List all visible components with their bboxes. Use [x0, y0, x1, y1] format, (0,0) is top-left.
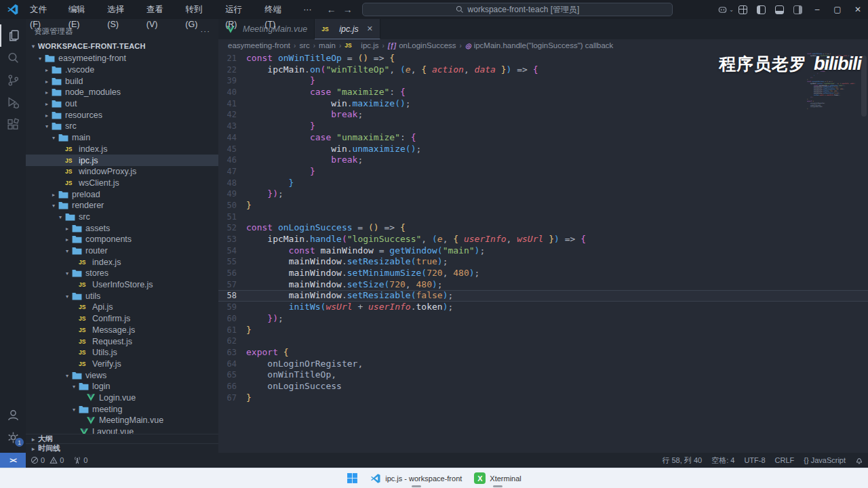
- menu-item[interactable]: 终端(T): [259, 2, 298, 17]
- activitybar-explorer[interactable]: [0, 24, 26, 47]
- taskbar-xterminal[interactable]: XXterminal: [469, 470, 526, 487]
- code-editor[interactable]: 21const onWinTitleOp = () => {22 ipcMain…: [218, 52, 868, 453]
- tree-file-index.js[interactable]: JSindex.js: [26, 144, 218, 155]
- toggle-sidebar-icon[interactable]: [757, 5, 766, 14]
- activitybar-account[interactable]: [0, 404, 26, 426]
- breadcrumb-item[interactable]: [ƒ]onLoginSuccess: [388, 41, 456, 49]
- code-line-56[interactable]: 56 mainWindow.setMinimumSize(720, 480);: [218, 268, 807, 279]
- code-line-41[interactable]: 41 win.maximize();: [218, 98, 807, 110]
- tree-folder-main[interactable]: ▾main: [26, 132, 218, 144]
- tree-folder-router[interactable]: ▾router: [26, 245, 218, 257]
- menu-item[interactable]: 编辑(E): [63, 2, 102, 17]
- tree-file-Layout.vue[interactable]: Layout.vue: [26, 426, 218, 434]
- code-line-43[interactable]: 43 }: [218, 121, 807, 132]
- tree-file-windowProxy.js[interactable]: JSwindowProxy.js: [26, 166, 218, 178]
- nav-forward-icon[interactable]: →: [343, 4, 353, 15]
- code-line-42[interactable]: 42 break;: [218, 109, 807, 121]
- code-line-64[interactable]: 64 onLoginOrRegister,: [218, 359, 807, 370]
- code-line-52[interactable]: 52const onLoginSuccess = () => {: [218, 222, 807, 234]
- code-line-53[interactable]: 53 ipcMain.handle("loginSuccess", (e, { …: [218, 234, 807, 245]
- tree-file-Verify.js[interactable]: JSVerify.js: [26, 359, 218, 370]
- customize-layout-icon[interactable]: [738, 5, 747, 14]
- code-line-58[interactable]: 58 mainWindow.setResizable(false);: [218, 290, 868, 302]
- nav-back-icon[interactable]: ←: [327, 4, 336, 15]
- tree-file-Api.js[interactable]: JSApi.js: [26, 302, 218, 313]
- code-line-62[interactable]: 62: [218, 336, 807, 347]
- code-line-47[interactable]: 47 }: [218, 166, 807, 178]
- tree-file-Request.js[interactable]: JSRequest.js: [26, 336, 218, 347]
- activitybar-source-control[interactable]: [0, 69, 26, 92]
- statusbar-item[interactable]: UTF-8: [739, 453, 770, 468]
- minimize-button[interactable]: –: [807, 0, 827, 19]
- menu-item[interactable]: 运行(R): [220, 2, 259, 17]
- sidebar-section-大纲[interactable]: ▸大纲: [26, 434, 218, 443]
- statusbar-item[interactable]: {}JavaScript: [799, 453, 850, 468]
- code-line-39[interactable]: 39 }: [218, 75, 807, 87]
- tree-file-index.js[interactable]: JSindex.js: [26, 256, 218, 268]
- workspace-header[interactable]: ▾ WORKSPACE-FRONT-TEACH: [26, 39, 218, 53]
- code-line-60[interactable]: 60 });: [218, 313, 807, 325]
- breadcrumb-item[interactable]: JSipc.js: [344, 41, 378, 49]
- tree-folder-.vscode[interactable]: ▸.vscode: [26, 64, 218, 76]
- code-line-44[interactable]: 44 case "unmaximize": {: [218, 132, 807, 144]
- tree-folder-renderer[interactable]: ▾renderer: [26, 200, 218, 211]
- statusbar-item[interactable]: CRLF: [770, 453, 800, 468]
- code-line-67[interactable]: 67}: [218, 392, 807, 404]
- menu-item[interactable]: ···: [298, 2, 317, 17]
- tree-file-Message.js[interactable]: JSMessage.js: [26, 325, 218, 336]
- taskbar-vscode[interactable]: ipc.js - workspace-front: [366, 470, 467, 487]
- tree-folder-src[interactable]: ▾src: [26, 211, 218, 223]
- code-line-46[interactable]: 46 break;: [218, 155, 807, 166]
- menu-item[interactable]: 转到(G): [180, 2, 220, 17]
- code-line-51[interactable]: 51: [218, 211, 807, 223]
- activitybar-search[interactable]: [0, 47, 26, 69]
- code-line-49[interactable]: 49 });: [218, 188, 807, 200]
- taskbar-start[interactable]: [342, 470, 363, 487]
- tree-folder-stores[interactable]: ▾stores: [26, 268, 218, 279]
- menu-item[interactable]: 文件(F): [24, 2, 63, 17]
- close-button[interactable]: ✕: [848, 0, 868, 19]
- code-line-40[interactable]: 40 case "maximize": {: [218, 87, 807, 98]
- toggle-panel-icon[interactable]: [775, 5, 784, 14]
- tab-ipc.js[interactable]: JSipc.js✕: [315, 19, 380, 39]
- tree-folder-node_modules[interactable]: ▸node_modules: [26, 87, 218, 98]
- code-line-63[interactable]: 63export {: [218, 347, 807, 359]
- code-line-45[interactable]: 45 win.unmaximize();: [218, 144, 807, 155]
- tree-file-MeetingMain.vue[interactable]: MeetingMain.vue: [26, 415, 218, 426]
- breadcrumb-item[interactable]: main: [319, 41, 336, 49]
- tree-folder-meeting[interactable]: ▾meeting: [26, 403, 218, 415]
- tab-close-icon[interactable]: ✕: [367, 24, 373, 33]
- scrollbar[interactable]: [861, 56, 867, 117]
- code-line-50[interactable]: 50}: [218, 200, 807, 211]
- tree-folder-utils[interactable]: ▾utils: [26, 290, 218, 302]
- code-line-66[interactable]: 66 onLoginSuccess: [218, 381, 807, 392]
- tree-folder-preload[interactable]: ▸preload: [26, 188, 218, 200]
- problems-button[interactable]: 0 0: [26, 453, 68, 468]
- code-line-61[interactable]: 61}: [218, 325, 807, 336]
- tree-file-ipc.js[interactable]: JSipc.js: [26, 155, 218, 166]
- activitybar-extensions[interactable]: [0, 114, 26, 136]
- maximize-button[interactable]: ▢: [827, 0, 848, 19]
- tree-file-wsClient.js[interactable]: JSwsClient.js: [26, 178, 218, 189]
- tree-folder-build[interactable]: ▸build: [26, 75, 218, 87]
- tree-folder-views[interactable]: ▾views: [26, 369, 218, 381]
- code-line-59[interactable]: 59 initWs(wsUrl + userInfo.token);: [218, 302, 807, 313]
- tree-file-UserInfoStore.js[interactable]: JSUserInfoStore.js: [26, 279, 218, 291]
- tree-folder-resources[interactable]: ▸resources: [26, 109, 218, 121]
- activitybar-settings[interactable]: 1: [0, 426, 26, 449]
- code-line-48[interactable]: 48 }: [218, 178, 807, 189]
- command-center-search[interactable]: workspace-front-teach [管理员]: [362, 3, 673, 16]
- tree-folder-assets[interactable]: ▸assets: [26, 222, 218, 234]
- tree-folder-easymeeting-front[interactable]: ▾easymeeting-front: [26, 53, 218, 64]
- breadcrumb-item[interactable]: src: [299, 41, 309, 49]
- tree-file-Login.vue[interactable]: Login.vue: [26, 392, 218, 404]
- tree-file-Confirm.js[interactable]: JSConfirm.js: [26, 313, 218, 325]
- activitybar-run-debug[interactable]: [0, 92, 26, 114]
- toggle-secondary-sidebar-icon[interactable]: [793, 5, 802, 14]
- tree-folder-components[interactable]: ▸components: [26, 234, 218, 245]
- tree-folder-src[interactable]: ▾src: [26, 121, 218, 132]
- menu-item[interactable]: 查看(V): [141, 2, 180, 17]
- breadcrumb-item[interactable]: ◎ipcMain.handle("loginSuccess") callback: [465, 41, 613, 49]
- code-line-57[interactable]: 57 mainWindow.setSize(720, 480);: [218, 279, 807, 291]
- remote-indicator[interactable]: ><: [0, 453, 26, 468]
